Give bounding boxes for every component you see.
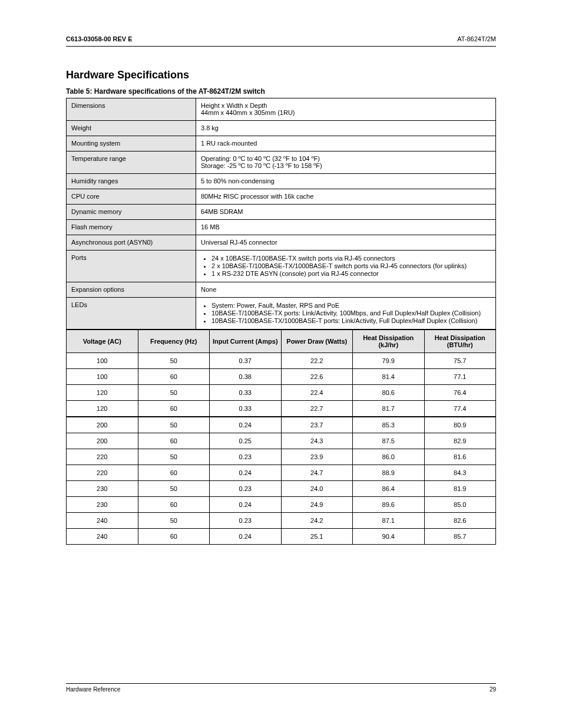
- rates-cell: 81.7: [353, 401, 425, 417]
- table-row: Ports 24 x 10BASE-T/100BASE-TX switch po…: [67, 251, 496, 282]
- spec-value: 5 to 80% non-condensing: [196, 174, 496, 189]
- spec-table: Dimensions Height x Width x Depth 44mm x…: [66, 98, 496, 330]
- table-row: 240500.2324.287.182.6: [67, 513, 496, 529]
- rates-cell: 200: [67, 417, 138, 433]
- page-content: C613-03058-00 REV E AT-8624T/2M Hardware…: [66, 35, 496, 545]
- table-row: Mounting system 1 RU rack-mounted: [67, 136, 496, 151]
- rates-cell: 24.0: [281, 481, 353, 497]
- table-row: Weight 3.8 kg: [67, 121, 496, 136]
- rates-cell: 88.9: [353, 465, 425, 481]
- rates-cell: 0.25: [210, 433, 282, 449]
- rates-cell: 100: [67, 353, 138, 369]
- rates-cell: 84.3: [424, 465, 496, 481]
- rates-cell: 23.9: [281, 449, 353, 465]
- rates-cell: 22.6: [281, 369, 353, 385]
- spec-value: 16 MB: [196, 220, 496, 235]
- rates-cell: 200: [67, 433, 138, 449]
- table-row: 120500.3322.480.676.4: [67, 385, 496, 401]
- rates-cell: 89.6: [353, 497, 425, 513]
- spec-label: Expansion options: [67, 282, 196, 298]
- table-row: 240600.2425.190.485.7: [67, 529, 496, 545]
- rates-cell: 0.23: [210, 449, 282, 465]
- spec-value: 1 RU rack-mounted: [196, 136, 496, 151]
- rates-cell: 60: [138, 369, 210, 385]
- spec-value: 80MHz RISC processor with 16k cache: [196, 189, 496, 205]
- rates-cell: 22.4: [281, 385, 353, 401]
- spec-value: Height x Width x Depth 44mm x 440mm x 30…: [196, 98, 496, 121]
- table-row: LEDs System: Power, Fault, Master, RPS a…: [67, 298, 496, 330]
- spec-value: System: Power, Fault, Master, RPS and Po…: [196, 298, 496, 330]
- rates-cell: 76.4: [424, 385, 496, 401]
- rates-col-current: Input Current (Amps): [210, 330, 282, 353]
- page-header: C613-03058-00 REV E AT-8624T/2M: [66, 35, 496, 42]
- rates-cell: 0.37: [210, 353, 282, 369]
- rates-cell: 90.4: [353, 529, 425, 545]
- rates-cell: 82.6: [424, 513, 496, 529]
- rates-cell: 0.33: [210, 401, 282, 417]
- page-footer: Hardware Reference 29: [66, 678, 496, 693]
- table-row: 100500.3722.279.975.7: [67, 353, 496, 369]
- header-right: AT-8624T/2M: [457, 35, 496, 42]
- table-row: Dynamic memory 64MB SDRAM: [67, 205, 496, 220]
- table-row: 230500.2324.086.481.9: [67, 481, 496, 497]
- table-row: Dimensions Height x Width x Depth 44mm x…: [67, 98, 496, 121]
- rates-cell: 75.7: [424, 353, 496, 369]
- table-row: Asynchronous port (ASYN0) Universal RJ-4…: [67, 235, 496, 251]
- table-row: 220600.2424.788.984.3: [67, 465, 496, 481]
- rates-cell: 85.7: [424, 529, 496, 545]
- rates-table: Voltage (AC) Frequency (Hz) Input Curren…: [66, 330, 496, 545]
- rates-cell: 80.9: [424, 417, 496, 433]
- table-row: Humidity ranges 5 to 80% non-condensing: [67, 174, 496, 189]
- header-left: C613-03058-00 REV E: [66, 35, 133, 42]
- spec-value: 3.8 kg: [196, 121, 496, 136]
- spec-label: Ports: [67, 251, 196, 282]
- rates-cell: 0.38: [210, 369, 282, 385]
- spec-value: None: [196, 282, 496, 298]
- rates-cell: 0.23: [210, 513, 282, 529]
- table-row: Expansion options None: [67, 282, 496, 298]
- rates-cell: 220: [67, 449, 138, 465]
- rates-cell: 81.4: [353, 369, 425, 385]
- table-row: CPU core 80MHz RISC processor with 16k c…: [67, 189, 496, 205]
- rates-cell: 24.2: [281, 513, 353, 529]
- spec-label: Dimensions: [67, 98, 196, 121]
- spec-label: Temperature range: [67, 151, 196, 174]
- section-title: Hardware Specifications: [66, 69, 496, 81]
- rates-cell: 79.9: [353, 353, 425, 369]
- spec-label: CPU core: [67, 189, 196, 205]
- rates-cell: 60: [138, 529, 210, 545]
- rates-cell: 77.4: [424, 401, 496, 417]
- rates-col-heat-kj: Heat Dissipation (kJ/hr): [353, 330, 425, 353]
- spec-label: Weight: [67, 121, 196, 136]
- rates-cell: 86.4: [353, 481, 425, 497]
- rates-cell: 120: [67, 385, 138, 401]
- table-row: 200600.2524.387.582.9: [67, 433, 496, 449]
- rates-cell: 24.3: [281, 433, 353, 449]
- rates-cell: 230: [67, 481, 138, 497]
- rates-cell: 82.9: [424, 433, 496, 449]
- table-row: 100600.3822.681.477.1: [67, 369, 496, 385]
- table-row: 220500.2323.986.081.6: [67, 449, 496, 465]
- rates-cell: 60: [138, 433, 210, 449]
- spec-label: Asynchronous port (ASYN0): [67, 235, 196, 251]
- rates-cell: 50: [138, 353, 210, 369]
- spec-label: LEDs: [67, 298, 196, 330]
- rates-cell: 50: [138, 449, 210, 465]
- spec-value: 64MB SDRAM: [196, 205, 496, 220]
- rates-col-frequency: Frequency (Hz): [138, 330, 210, 353]
- rates-cell: 60: [138, 401, 210, 417]
- spec-label: Dynamic memory: [67, 205, 196, 220]
- footer-rule: [66, 683, 496, 684]
- rates-cell: 120: [67, 401, 138, 417]
- rates-cell: 24.9: [281, 497, 353, 513]
- rates-cell: 60: [138, 465, 210, 481]
- rates-cell: 240: [67, 529, 138, 545]
- rates-cell: 22.7: [281, 401, 353, 417]
- rates-cell: 0.33: [210, 385, 282, 401]
- rates-cell: 77.1: [424, 369, 496, 385]
- rates-cell: 85.0: [424, 497, 496, 513]
- rates-cell: 22.2: [281, 353, 353, 369]
- rates-cell: 80.6: [353, 385, 425, 401]
- footer-right: 29: [490, 686, 496, 693]
- rates-cell: 81.6: [424, 449, 496, 465]
